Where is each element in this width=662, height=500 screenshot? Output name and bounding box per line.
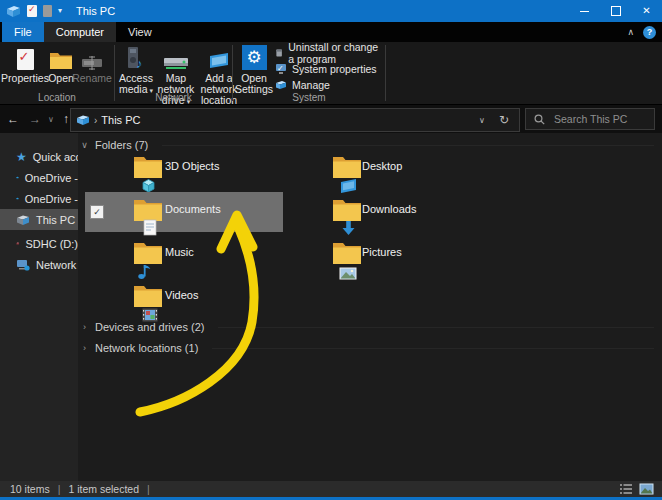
refresh-icon[interactable]: ↻ — [499, 113, 509, 127]
ribbon-tabs: File Computer View — [0, 22, 662, 42]
search-input[interactable] — [552, 112, 646, 126]
ribbon-group-network: ♪ Access media▾ Map network drive▾ — [115, 42, 232, 104]
selection-count: 1 item selected — [68, 483, 139, 495]
cube-icon — [141, 178, 156, 193]
open-folder-icon — [49, 51, 73, 70]
star-icon: ★ — [16, 151, 27, 163]
document-icon — [143, 219, 157, 236]
search-box[interactable] — [525, 108, 655, 130]
group-label-location: Location — [0, 92, 114, 103]
ribbon: ✓ Properties Open — [0, 42, 662, 105]
sidebar-item-quick-access[interactable]: ★ Quick access — [0, 146, 78, 167]
quick-access-toolbar: ✓ ▾ — [0, 5, 62, 18]
status-bar: 10 items | 1 item selected | — [0, 481, 662, 497]
close-icon: ✕ — [642, 6, 650, 16]
sd-card-icon — [16, 238, 19, 249]
sidebar-item-sdhc-drive[interactable]: SDHC (D:) — [0, 233, 78, 254]
desktop-screen-icon — [340, 178, 357, 193]
collapse-ribbon-icon[interactable]: ∧ — [627, 27, 634, 37]
folder-tile-downloads[interactable]: Downloads — [330, 192, 528, 232]
titlebar: ✓ ▾ This PC ✕ — [0, 0, 662, 22]
sidebar-item-network[interactable]: Network — [0, 254, 78, 275]
folder-icon — [133, 255, 163, 267]
group-header-network-locations[interactable]: › Network locations (1) — [78, 338, 662, 358]
open-settings-button[interactable]: ⚙ Open Settings — [236, 44, 272, 95]
minimize-button[interactable] — [569, 0, 600, 22]
address-dropdown-icon[interactable]: ∨ — [479, 116, 485, 125]
properties-qat-icon[interactable]: ✓ — [27, 5, 37, 17]
photo-icon — [339, 267, 357, 280]
address-box[interactable]: › This PC ∨ ↻ — [70, 108, 520, 132]
qat-item-icon[interactable] — [43, 5, 52, 17]
this-pc-icon — [76, 114, 90, 126]
folder-tile-videos[interactable]: Videos — [85, 278, 283, 318]
manage-icon — [275, 79, 287, 91]
close-button[interactable]: ✕ — [631, 0, 662, 22]
system-properties-icon: ✓ — [275, 63, 287, 75]
ribbon-group-location: ✓ Properties Open — [0, 42, 114, 104]
settings-gear-icon: ⚙ — [242, 45, 267, 70]
back-icon[interactable]: ← — [0, 112, 26, 126]
system-properties-button[interactable]: ✓ System properties — [275, 61, 377, 76]
address-bar-row: ← → ∨ ↑ › This PC ∨ ↻ — [0, 105, 662, 133]
open-button[interactable]: Open — [47, 44, 75, 84]
maximize-button[interactable] — [600, 0, 631, 22]
search-icon — [534, 114, 545, 125]
cloud-icon — [16, 194, 19, 203]
group-label-network: Network — [115, 92, 232, 103]
folder-icon — [133, 169, 163, 181]
explorer-window: ✓ ▾ This PC ✕ File Computer View ∧ ? ✓ P… — [0, 0, 662, 500]
rename-button[interactable]: Rename — [74, 44, 110, 84]
selection-checkbox[interactable]: ✓ — [90, 205, 104, 219]
folder-tile-desktop[interactable]: Desktop — [330, 149, 528, 189]
tab-view[interactable]: View — [116, 22, 164, 42]
svg-text:♪: ♪ — [136, 56, 143, 70]
file-explorer-icon — [6, 5, 21, 18]
window-title: This PC — [76, 5, 115, 17]
help-icon[interactable]: ? — [643, 26, 656, 39]
tab-computer[interactable]: Computer — [44, 22, 116, 42]
group-label-system: System — [233, 92, 385, 103]
sidebar-item-onedrive-1[interactable]: OneDrive - — [0, 167, 78, 188]
breadcrumb-separator-icon: › — [94, 115, 97, 126]
download-arrow-icon — [341, 220, 356, 236]
network-location-icon — [206, 52, 232, 70]
folder-tile-pictures[interactable]: Pictures — [330, 235, 528, 275]
folder-tile-3d-objects[interactable]: 3D Objects — [85, 149, 283, 189]
expand-group-icon: › — [80, 322, 89, 332]
sidebar-item-onedrive-2[interactable]: OneDrive - — [0, 188, 78, 209]
folder-icon — [133, 212, 163, 224]
uninstall-program-button[interactable]: Uninstall or change a program — [275, 45, 385, 60]
network-icon — [16, 259, 30, 271]
group-header-devices-and-drives[interactable]: › Devices and drives (2) — [78, 317, 662, 337]
maximize-icon — [611, 6, 621, 16]
qat-dropdown-icon[interactable]: ▾ — [58, 7, 62, 15]
properties-icon: ✓ — [17, 49, 34, 70]
tab-file[interactable]: File — [2, 22, 44, 42]
folder-tile-music[interactable]: Music — [85, 235, 283, 275]
expand-group-icon: › — [80, 343, 89, 353]
folder-icon — [332, 169, 362, 181]
media-device-icon: ♪ — [125, 46, 147, 70]
details-view-button[interactable] — [619, 483, 633, 495]
file-list: ∨ Folders (7) 3D Objects ✓ — [78, 133, 662, 481]
cloud-icon — [16, 173, 19, 182]
access-media-button[interactable]: ♪ Access media▾ — [118, 44, 154, 96]
folder-tile-documents[interactable]: ✓ Documents — [85, 192, 283, 232]
this-pc-icon — [16, 214, 30, 226]
folder-icon — [332, 255, 362, 267]
thumbnail-view-button[interactable] — [639, 483, 654, 495]
folder-icon — [332, 212, 362, 224]
recent-locations-icon[interactable]: ∨ — [44, 115, 58, 124]
forward-icon[interactable]: → — [26, 112, 44, 126]
folder-icon — [133, 298, 163, 310]
network-drive-icon — [163, 54, 189, 70]
properties-button[interactable]: ✓ Properties — [4, 44, 46, 84]
sidebar-item-this-pc[interactable]: This PC — [0, 209, 78, 230]
sidebar: ★ Quick access OneDrive - OneDrive - Thi… — [0, 133, 78, 481]
items-count: 10 items — [10, 483, 50, 495]
svg-text:✓: ✓ — [277, 64, 284, 73]
ribbon-group-system: ⚙ Open Settings Uninstall or change a pr… — [233, 42, 385, 104]
breadcrumb[interactable]: This PC — [101, 114, 140, 126]
manage-button[interactable]: Manage — [275, 77, 330, 92]
